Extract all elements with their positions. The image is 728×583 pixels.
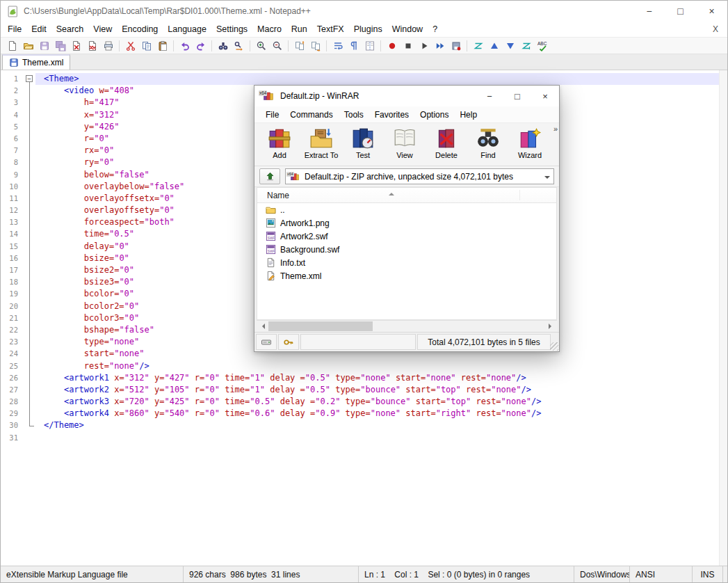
fold-margin-marker[interactable]: − [24, 73, 35, 85]
menu-item-settings[interactable]: Settings [211, 23, 252, 35]
zoom-in-icon[interactable] [253, 38, 269, 54]
fold-margin-marker [24, 372, 35, 384]
scrollbar-thumb[interactable] [268, 321, 373, 331]
zoom-out-icon[interactable] [269, 38, 285, 54]
cut-icon[interactable] [122, 38, 138, 54]
rar-button-find[interactable]: Find [467, 125, 509, 166]
fold-margin-marker [24, 336, 35, 348]
menubar-close-button[interactable]: X [713, 24, 718, 34]
code-text[interactable]: rest="none"/> [35, 360, 727, 372]
winrar-menu-item-help[interactable]: Help [454, 108, 483, 122]
sort-desc-icon[interactable] [502, 38, 518, 54]
code-text[interactable]: </Theme> [35, 420, 727, 431]
winrar-titlebar[interactable]: x64 Default.zip - WinRAR − □ × [254, 86, 559, 106]
print-icon[interactable] [100, 38, 116, 54]
winrar-menu-item-favorites[interactable]: Favorites [369, 108, 414, 122]
macro-multiplay-icon[interactable] [432, 38, 448, 54]
code-text[interactable] [35, 432, 727, 444]
winrar-menu-item-options[interactable]: Options [414, 108, 454, 122]
horizontal-scrollbar[interactable] [257, 320, 557, 332]
maximize-button[interactable]: □ [665, 1, 696, 22]
winrar-menu-item-commands[interactable]: Commands [284, 108, 338, 122]
menu-item-textfx[interactable]: TextFX [312, 23, 349, 35]
status-insert-mode[interactable]: INS [693, 566, 723, 582]
up-one-level-button[interactable] [259, 168, 280, 184]
macro-play-icon[interactable] [416, 38, 432, 54]
replace-icon[interactable] [231, 38, 247, 54]
rar-button-wizard[interactable]: Wizard [509, 125, 551, 166]
file-row[interactable]: Artwork1.png [257, 216, 556, 230]
rar-button-delete[interactable]: Delete [426, 125, 467, 166]
file-row[interactable]: Info.txt [257, 256, 556, 269]
menu-item-run[interactable]: Run [286, 23, 312, 35]
open-folder-icon[interactable] [20, 38, 36, 54]
dropdown-caret-icon[interactable] [544, 176, 550, 182]
menu-item-macro[interactable]: Macro [252, 23, 286, 35]
archive-path-combobox[interactable]: x64 Default.zip - ZIP archive, unpacked … [285, 168, 554, 184]
winrar-menu-item-file[interactable]: File [260, 108, 284, 122]
menu-item-?[interactable]: ? [428, 23, 442, 35]
code-text[interactable]: <artwork2 x="512" y="105" r="0" time="1"… [35, 384, 727, 396]
textfx-a-icon[interactable] [470, 38, 486, 54]
winrar-maximize-button[interactable]: □ [503, 86, 531, 106]
notepadpp-titlebar[interactable]: C:\Users\Bungle\AppData\Local\Temp\Rar$D… [1, 1, 727, 22]
sync-horizontal-icon[interactable] [307, 38, 323, 54]
new-file-icon[interactable] [4, 38, 20, 54]
vertical-scrollbar[interactable] [719, 70, 727, 566]
tab-theme-xml[interactable]: Theme.xml [2, 54, 70, 70]
winrar-close-button[interactable]: × [531, 86, 559, 106]
menu-item-language[interactable]: Language [163, 23, 211, 35]
file-row[interactable]: .. [257, 203, 556, 216]
scroll-left-icon[interactable] [257, 321, 268, 332]
menu-item-search[interactable]: Search [51, 23, 89, 35]
textfx-b-icon[interactable] [518, 38, 534, 54]
copy-icon[interactable] [138, 38, 154, 54]
minimize-button[interactable]: − [633, 1, 665, 22]
code-text[interactable]: <artwork4 x="860" y="540" r="0" time="0.… [35, 408, 727, 420]
file-row[interactable]: SWFBackground.swf [257, 243, 556, 256]
find-icon[interactable] [215, 38, 231, 54]
code-text[interactable]: <artwork3 x="720" y="425" r="0" time="0.… [35, 396, 727, 408]
undo-icon[interactable] [177, 38, 193, 54]
save-all-icon[interactable] [52, 38, 68, 54]
close-button[interactable]: × [696, 1, 727, 22]
save-icon[interactable] [36, 38, 52, 54]
winrar-minimize-button[interactable]: − [476, 86, 503, 106]
macro-stop-icon[interactable] [400, 38, 416, 54]
png-file-icon [266, 218, 276, 228]
rar-button-test[interactable]: Test [342, 125, 384, 166]
rar-button-add[interactable]: Add [259, 125, 300, 166]
scroll-right-icon[interactable] [546, 321, 557, 332]
rar-delete-icon [435, 127, 458, 150]
paste-icon[interactable] [154, 38, 170, 54]
line-number: 2 [1, 85, 24, 97]
file-row[interactable]: Theme.xml [257, 269, 556, 282]
close-all-icon[interactable] [84, 38, 100, 54]
menu-item-file[interactable]: File [3, 23, 26, 35]
toolbar-overflow-icon[interactable]: » [553, 125, 557, 133]
close-doc-icon[interactable] [68, 38, 84, 54]
resize-grip[interactable] [550, 342, 558, 351]
code-text[interactable]: <artwork1 x="312" y="427" r="0" time="1"… [35, 372, 727, 384]
code-text[interactable]: <Theme> [35, 73, 727, 85]
macro-save-icon[interactable] [448, 38, 464, 54]
menu-item-window[interactable]: Window [387, 23, 428, 35]
rar-button-view[interactable]: View [384, 125, 426, 166]
redo-icon[interactable] [193, 38, 209, 54]
file-row[interactable]: SWFArtwork2.swf [257, 230, 556, 243]
sync-vertical-icon[interactable] [291, 38, 307, 54]
word-wrap-icon[interactable] [330, 38, 346, 54]
column-header-name[interactable]: Name [257, 188, 556, 203]
spellcheck-icon[interactable]: ABC [534, 38, 550, 54]
menu-item-encoding[interactable]: Encoding [117, 23, 163, 35]
indent-guide-icon[interactable] [362, 38, 378, 54]
macro-record-icon[interactable] [384, 38, 400, 54]
menu-item-edit[interactable]: Edit [26, 23, 51, 35]
rar-button-extractto[interactable]: Extract To [300, 125, 342, 166]
show-all-chars-icon[interactable] [346, 38, 362, 54]
sort-asc-icon[interactable] [486, 38, 502, 54]
menu-item-plugins[interactable]: Plugins [349, 23, 387, 35]
winrar-menu-item-tools[interactable]: Tools [339, 108, 369, 122]
fold-collapse-icon[interactable]: − [26, 75, 33, 82]
menu-item-view[interactable]: View [88, 23, 117, 35]
